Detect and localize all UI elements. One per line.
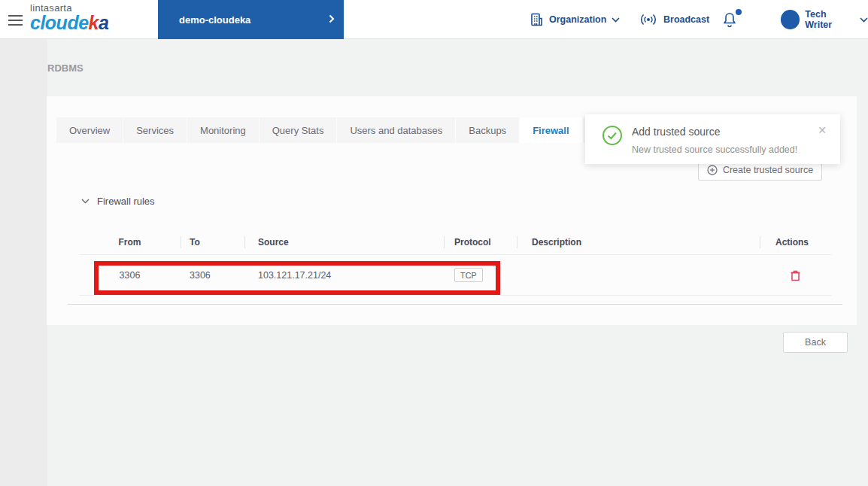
chevron-down-icon xyxy=(81,199,90,204)
col-header-from: From xyxy=(79,229,181,254)
col-header-actions: Actions xyxy=(760,229,831,254)
firewall-rules-toggle[interactable]: Firewall rules xyxy=(81,196,155,207)
close-icon[interactable]: ✕ xyxy=(818,124,827,136)
organization-icon xyxy=(529,12,544,27)
broadcast-icon xyxy=(639,13,658,26)
tab-overview[interactable]: Overview xyxy=(56,117,123,143)
chevron-right-icon xyxy=(329,14,335,23)
cell-from: 3306 xyxy=(79,270,181,281)
tab-backups[interactable]: Backups xyxy=(456,117,519,143)
tab-firewall[interactable]: Firewall xyxy=(520,117,581,143)
user-menu[interactable]: Tech Writer xyxy=(781,0,868,39)
col-header-description: Description xyxy=(517,229,760,254)
organization-menu[interactable]: Organization xyxy=(529,0,620,39)
bell-icon xyxy=(722,11,737,28)
tab-services[interactable]: Services xyxy=(123,117,187,143)
tab-monitoring[interactable]: Monitoring xyxy=(187,117,259,143)
delete-rule-button[interactable] xyxy=(790,269,801,281)
avatar xyxy=(781,10,800,29)
col-header-to: To xyxy=(181,229,244,254)
firewall-rules-title: Firewall rules xyxy=(97,196,155,207)
cloudeka-logo: lintasarta cloudeka xyxy=(30,3,108,32)
app-header: lintasarta cloudeka demo-cloudeka Organ xyxy=(0,0,868,39)
back-button[interactable]: Back xyxy=(783,332,848,353)
toast-title: Add trusted source xyxy=(632,126,721,138)
notifications-button[interactable] xyxy=(722,0,737,39)
breadcrumb: RDBMS xyxy=(47,62,83,74)
tab-users-and-databases[interactable]: Users and databases xyxy=(337,117,455,143)
firewall-rules-table: From To Source Protocol Description Acti… xyxy=(79,229,831,296)
success-toast: Add trusted source New trusted source su… xyxy=(585,114,840,164)
plus-circle-icon xyxy=(707,165,718,175)
create-trusted-source-label: Create trusted source xyxy=(723,165,813,175)
project-name: demo-cloudeka xyxy=(179,14,250,26)
chevron-down-icon xyxy=(612,17,620,23)
table-header-row: From To Source Protocol Description Acti… xyxy=(79,229,831,255)
table-row: 3306 3306 103.121.17.21/24 TCP xyxy=(79,255,831,296)
project-selector[interactable]: demo-cloudeka xyxy=(158,0,344,39)
organization-label: Organization xyxy=(549,14,606,25)
page: lintasarta cloudeka demo-cloudeka Organ xyxy=(0,0,868,486)
hamburger-menu-icon[interactable] xyxy=(8,15,23,26)
cell-protocol: TCP xyxy=(444,268,517,282)
broadcast-label: Broadcast xyxy=(663,14,709,25)
col-header-protocol: Protocol xyxy=(444,229,517,254)
broadcast-menu[interactable]: Broadcast xyxy=(639,0,709,39)
back-label: Back xyxy=(805,337,826,348)
chevron-down-icon xyxy=(860,17,868,23)
col-header-source: Source xyxy=(244,229,444,254)
user-name: Tech Writer xyxy=(805,9,854,30)
tab-bar: Overview Services Monitoring Query Stats… xyxy=(56,117,644,143)
notification-dot xyxy=(736,9,742,15)
tab-query-stats[interactable]: Query Stats xyxy=(259,117,337,143)
check-circle-icon xyxy=(602,125,623,146)
cell-source: 103.121.17.21/24 xyxy=(244,270,444,281)
protocol-badge: TCP xyxy=(454,268,483,282)
logo-cloudeka-text: cloudeka xyxy=(30,14,108,32)
cell-actions xyxy=(760,269,831,281)
cell-to: 3306 xyxy=(181,270,244,281)
table-bottom-divider xyxy=(68,304,842,305)
toast-message: New trusted source successfully added! xyxy=(632,144,797,155)
